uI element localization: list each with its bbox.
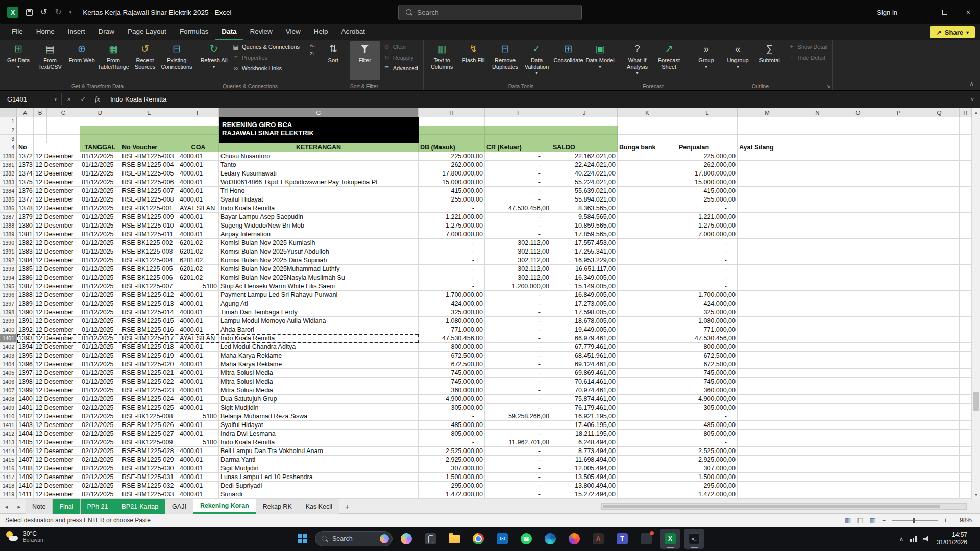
cell-N1393[interactable] xyxy=(797,265,838,273)
cell-P3[interactable] xyxy=(878,135,919,143)
cell-I3[interactable] xyxy=(485,135,551,143)
cell-J1381[interactable]: 22.424.021,00 xyxy=(551,161,618,169)
cell-E1389[interactable]: RSE-BM1225-011 xyxy=(120,230,178,239)
cell-N1401[interactable] xyxy=(797,334,838,343)
consolidate-button[interactable]: ⊞Consolidate xyxy=(553,41,584,80)
row-header-1407[interactable]: 1407 xyxy=(0,386,17,395)
cell-I1399[interactable]: - xyxy=(485,317,551,325)
row-header-1409[interactable]: 1409 xyxy=(0,404,17,412)
cell-R1393[interactable] xyxy=(960,265,972,273)
customize-quick-access-chevron-icon[interactable]: ▾ xyxy=(69,10,72,15)
cell-L1418[interactable]: 295.000,00 xyxy=(677,482,738,490)
cell-R1409[interactable] xyxy=(960,404,972,412)
cell-J1415[interactable]: 11.698.494,00 xyxy=(551,456,618,464)
cell-R1397[interactable] xyxy=(960,299,972,308)
cell-L2[interactable] xyxy=(677,126,738,135)
cell-H1415[interactable]: 2.925.000,00 xyxy=(419,456,485,464)
cell-D1412[interactable]: 02/12/2025 xyxy=(80,430,120,438)
cell-N1396[interactable] xyxy=(797,291,838,299)
cell-N1[interactable] xyxy=(797,117,838,126)
cell-G1381[interactable]: Tanto xyxy=(219,161,419,169)
cell-O1385[interactable] xyxy=(838,195,878,204)
cell-H4[interactable]: DB (Masuk) xyxy=(419,143,485,152)
cell-A1395[interactable]: 1387 xyxy=(17,282,34,291)
cell-H1399[interactable]: 1.080.000,00 xyxy=(419,317,485,325)
zoom-slider-thumb[interactable] xyxy=(913,518,915,523)
cell-R1419[interactable] xyxy=(960,490,972,499)
cell-L1384[interactable]: 415.000,00 xyxy=(677,187,738,195)
cell-I1397[interactable]: - xyxy=(485,299,551,308)
cell-D1407[interactable]: 01/12/2025 xyxy=(80,386,120,395)
queries-connections-button[interactable]: ▤Queries & Connections xyxy=(230,41,302,52)
cell-C3[interactable] xyxy=(47,135,80,143)
cell-E1407[interactable]: RSE-BM1225-023 xyxy=(120,386,178,395)
cell-A1411[interactable]: 1403 xyxy=(17,421,34,430)
row-header-1391[interactable]: 1391 xyxy=(0,247,17,256)
cell-B1410[interactable]: 12 Desember xyxy=(34,412,80,421)
row-header-1411[interactable]: 1411 xyxy=(0,421,17,430)
row-header-1388[interactable]: 1388 xyxy=(0,221,17,230)
cell-E1417[interactable]: RSE-BM1225-031 xyxy=(120,473,178,482)
teams-icon[interactable]: T xyxy=(612,529,632,549)
row-header-1386[interactable]: 1386 xyxy=(0,204,17,213)
cell-M1410[interactable] xyxy=(738,412,797,421)
cell-F1415[interactable]: 4000.01 xyxy=(178,456,219,464)
cell-P1397[interactable] xyxy=(878,299,919,308)
cell-J1390[interactable]: 17.557.453,00 xyxy=(551,239,618,247)
cell-D1383[interactable]: 01/12/2025 xyxy=(80,178,120,187)
cell-Q1386[interactable] xyxy=(919,204,960,213)
cell-H1411[interactable]: 485.000,00 xyxy=(419,421,485,430)
cell-P1396[interactable] xyxy=(878,291,919,299)
share-button[interactable]: ↗ Share ▾ xyxy=(930,26,975,38)
tray-chevron-icon[interactable]: ∧ xyxy=(899,536,903,542)
cell-L1404[interactable]: 672.500,00 xyxy=(677,360,738,369)
cell-R1386[interactable] xyxy=(960,204,972,213)
row-header-2[interactable]: 2 xyxy=(0,126,17,135)
cell-G1393[interactable]: Komisi Bulan Nov 2025Muhammad Luthfy xyxy=(219,265,419,273)
network-icon[interactable] xyxy=(910,536,917,542)
cell-F1397[interactable]: 4000.01 xyxy=(178,299,219,308)
cell-R3[interactable] xyxy=(960,135,972,143)
cell-L1417[interactable]: 1.500.000,00 xyxy=(677,473,738,482)
cell-R1398[interactable] xyxy=(960,308,972,317)
cell-F2[interactable] xyxy=(178,126,219,135)
row-header-1383[interactable]: 1383 xyxy=(0,178,17,187)
cell-B1397[interactable]: 12 Desember xyxy=(34,299,80,308)
cell-G1406[interactable]: Mitra Solusi Media xyxy=(219,378,419,386)
cell-P1394[interactable] xyxy=(878,273,919,282)
cell-K1396[interactable] xyxy=(618,291,677,299)
vertical-scroll-thumb[interactable] xyxy=(973,392,979,411)
cell-F1402[interactable]: 4000.01 xyxy=(178,343,219,352)
cell-F1384[interactable]: 4000.01 xyxy=(178,187,219,195)
cell-G1403[interactable]: Maha Karya Reklame xyxy=(219,352,419,360)
cell-E1415[interactable]: RSE-BM1225-029 xyxy=(120,456,178,464)
cell-L1413[interactable]: - xyxy=(677,438,738,447)
cell-H1381[interactable]: 262.000,00 xyxy=(419,161,485,169)
cell-G1386[interactable]: Indo Koala Remitta xyxy=(219,204,419,213)
cell-P4[interactable] xyxy=(878,143,919,152)
cell-E1419[interactable]: RSE-BM1225-033 xyxy=(120,490,178,499)
cell-E1418[interactable]: RSE-BM1225-032 xyxy=(120,482,178,490)
cell-R1382[interactable] xyxy=(960,169,972,178)
cell-N1397[interactable] xyxy=(797,299,838,308)
cell-L1419[interactable]: 1.472.000,00 xyxy=(677,490,738,499)
cell-P1408[interactable] xyxy=(878,395,919,404)
cell-M1416[interactable] xyxy=(738,464,797,473)
cell-R1389[interactable] xyxy=(960,230,972,239)
cell-O1392[interactable] xyxy=(838,256,878,265)
cell-P1381[interactable] xyxy=(878,161,919,169)
cell-N1404[interactable] xyxy=(797,360,838,369)
cell-F1398[interactable]: 4000.01 xyxy=(178,308,219,317)
cell-I1394[interactable]: 302.112,00 xyxy=(485,273,551,282)
cell-F1382[interactable]: 4000.01 xyxy=(178,169,219,178)
cell-P1409[interactable] xyxy=(878,404,919,412)
column-header-R[interactable]: R xyxy=(960,108,972,117)
cell-A1389[interactable]: 1381 xyxy=(17,230,34,239)
cell-D1382[interactable]: 01/12/2025 xyxy=(80,169,120,178)
cell-M1383[interactable] xyxy=(738,178,797,187)
cell-O1404[interactable] xyxy=(838,360,878,369)
cell-I1401[interactable]: - xyxy=(485,334,551,343)
cell-E1381[interactable]: RSE-BM1225-004 xyxy=(120,161,178,169)
cell-N1383[interactable] xyxy=(797,178,838,187)
cell-J1409[interactable]: 76.179.461,00 xyxy=(551,404,618,412)
